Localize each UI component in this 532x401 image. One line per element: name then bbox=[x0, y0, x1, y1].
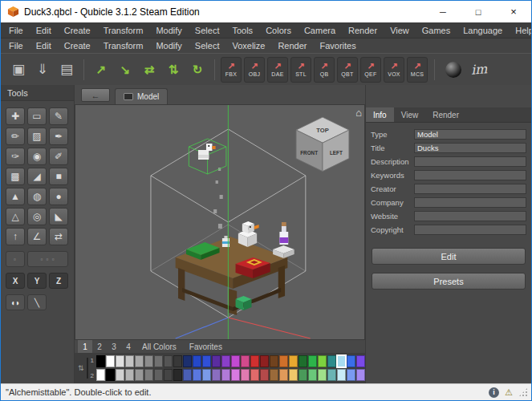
palette-color-swatch[interactable] bbox=[289, 369, 298, 381]
palette-color-swatch[interactable] bbox=[96, 355, 105, 367]
menu-modify[interactable]: Modify bbox=[149, 22, 188, 38]
palette-tab-3[interactable]: 3 bbox=[107, 340, 121, 353]
new-matrix-button[interactable]: ▣ bbox=[7, 58, 30, 82]
palette-color-swatch[interactable] bbox=[116, 369, 124, 381]
menu-view[interactable]: View bbox=[384, 22, 416, 38]
quickmenu-render[interactable]: Render bbox=[271, 38, 313, 53]
mirror-y-button[interactable]: Y bbox=[27, 273, 47, 289]
quickmenu-create[interactable]: Create bbox=[58, 38, 97, 53]
menu-language[interactable]: Language bbox=[457, 22, 509, 38]
palette-color-swatch[interactable] bbox=[125, 369, 134, 381]
menu-help[interactable]: Help bbox=[509, 22, 532, 38]
presets-button[interactable]: Presets bbox=[372, 273, 526, 290]
palette-view-favorites[interactable]: Favorites bbox=[183, 340, 229, 353]
tool-pencil-button[interactable]: ✎ bbox=[49, 107, 68, 125]
menu-file[interactable]: File bbox=[2, 22, 30, 38]
palette-color-swatch[interactable] bbox=[106, 369, 115, 381]
description-input[interactable] bbox=[414, 156, 526, 167]
nav-cube-left-label[interactable]: LEFT bbox=[330, 150, 343, 156]
palette-color-swatch[interactable] bbox=[279, 355, 288, 367]
export-vox-button[interactable]: ↗VOX bbox=[384, 57, 404, 83]
palette-color-swatch[interactable] bbox=[270, 369, 278, 381]
palette-color-swatch[interactable] bbox=[356, 369, 365, 381]
palette-color-swatch[interactable] bbox=[327, 355, 336, 367]
tool-paint-button[interactable]: ✒ bbox=[49, 128, 68, 145]
export-qef-button[interactable]: ↗QEF bbox=[360, 57, 381, 83]
palette-color-swatch[interactable] bbox=[308, 369, 317, 381]
nav-cube-top-label[interactable]: TOP bbox=[316, 127, 328, 134]
tool-rectangle-button[interactable]: ■ bbox=[49, 168, 68, 185]
palette-color-swatch[interactable] bbox=[231, 355, 240, 367]
palette-color-swatch[interactable] bbox=[347, 369, 355, 381]
arrow-down-right-button[interactable]: ↘ bbox=[114, 58, 136, 82]
import-button[interactable]: ⇓ bbox=[31, 58, 54, 82]
info-circle-icon[interactable]: i bbox=[489, 387, 499, 398]
palette-color-swatch[interactable] bbox=[183, 369, 192, 381]
palette-color-swatch[interactable] bbox=[202, 355, 211, 367]
palette-color-swatch[interactable] bbox=[154, 369, 163, 381]
swap-horizontal-button[interactable]: ⇄ bbox=[138, 58, 160, 82]
type-input[interactable] bbox=[414, 129, 526, 140]
palette-color-swatch[interactable] bbox=[183, 355, 192, 367]
menu-render[interactable]: Render bbox=[342, 22, 384, 38]
keywords-input[interactable] bbox=[414, 170, 526, 180]
palette-color-swatch[interactable] bbox=[212, 355, 221, 367]
tool-extrude-button[interactable]: ↑ bbox=[6, 228, 25, 245]
menu-edit[interactable]: Edit bbox=[30, 22, 58, 38]
menu-games[interactable]: Games bbox=[416, 22, 457, 38]
palette-view-all-colors[interactable]: All Colors bbox=[136, 340, 183, 353]
tool-brush-button[interactable]: ✑ bbox=[6, 148, 25, 165]
export-qbt-button[interactable]: ↗QBT bbox=[337, 57, 358, 83]
copyright-input[interactable] bbox=[414, 225, 526, 235]
multi-matrix-mode-button[interactable]: ▫ ▫ ▫ bbox=[27, 251, 68, 267]
palette-color-swatch[interactable] bbox=[241, 369, 250, 381]
palette-color-swatch[interactable] bbox=[135, 369, 144, 381]
arrow-up-right-button[interactable]: ↗ bbox=[90, 58, 112, 82]
tool-fill-button[interactable]: ◉ bbox=[27, 148, 47, 165]
palette-color-swatch[interactable] bbox=[125, 355, 134, 367]
palette-color-swatch[interactable] bbox=[241, 355, 250, 367]
palette-color-swatch[interactable] bbox=[193, 369, 201, 381]
export-qb-button[interactable]: ↗QB bbox=[314, 57, 335, 83]
tool-move-button[interactable]: ✚ bbox=[6, 107, 25, 125]
palette-color-swatch[interactable] bbox=[347, 355, 355, 367]
palette-color-swatch[interactable] bbox=[164, 369, 173, 381]
palette-color-swatch[interactable] bbox=[164, 355, 173, 367]
menu-create[interactable]: Create bbox=[58, 22, 97, 38]
tool-cylinder-button[interactable]: ◍ bbox=[27, 188, 47, 205]
palette-color-swatch[interactable] bbox=[202, 369, 211, 381]
render-sphere-icon[interactable] bbox=[445, 62, 461, 78]
warning-icon[interactable]: ⚠ bbox=[505, 388, 513, 397]
palette-color-swatch[interactable] bbox=[173, 369, 182, 381]
palette-color-swatch[interactable] bbox=[270, 355, 278, 367]
palette-color-swatch[interactable] bbox=[260, 369, 269, 381]
palette-color-swatch[interactable] bbox=[154, 355, 163, 367]
palette-color-swatch[interactable] bbox=[144, 369, 153, 381]
menu-transform[interactable]: Transform bbox=[97, 22, 150, 38]
company-input[interactable] bbox=[414, 197, 526, 208]
export-stl-button[interactable]: ↗STL bbox=[290, 57, 311, 83]
palette-tab-1[interactable]: 1 bbox=[78, 340, 92, 353]
palette-color-swatch[interactable] bbox=[308, 355, 317, 367]
tool-tube-button[interactable]: ◎ bbox=[27, 208, 47, 225]
single-matrix-mode-button[interactable]: ▫ bbox=[6, 251, 25, 267]
save-button[interactable]: ▤ bbox=[55, 58, 78, 82]
menu-colors[interactable]: Colors bbox=[259, 22, 298, 38]
palette-color-swatch[interactable] bbox=[298, 369, 307, 381]
palette-color-swatch[interactable] bbox=[173, 355, 182, 367]
palette-color-swatch[interactable] bbox=[260, 355, 269, 367]
palette-color-swatch[interactable] bbox=[337, 369, 346, 381]
quickmenu-file[interactable]: File bbox=[2, 38, 30, 53]
palette-tab-2[interactable]: 2 bbox=[92, 340, 107, 353]
tool-prism-button[interactable]: ◣ bbox=[49, 208, 68, 225]
export-dae-button[interactable]: ↗DAE bbox=[267, 57, 288, 83]
tab-model[interactable]: Model bbox=[115, 88, 168, 104]
rotate-button[interactable]: ↻ bbox=[186, 58, 209, 82]
tool-erase-button[interactable]: ▨ bbox=[27, 128, 47, 145]
palette-color-swatch[interactable] bbox=[212, 369, 221, 381]
line-tool-button[interactable]: ╲ bbox=[27, 294, 47, 310]
palette-color-swatch[interactable] bbox=[250, 355, 259, 367]
palette-color-swatch[interactable] bbox=[337, 355, 346, 367]
palette-color-swatch[interactable] bbox=[221, 355, 230, 367]
mirror-x-button[interactable]: X bbox=[6, 273, 25, 289]
